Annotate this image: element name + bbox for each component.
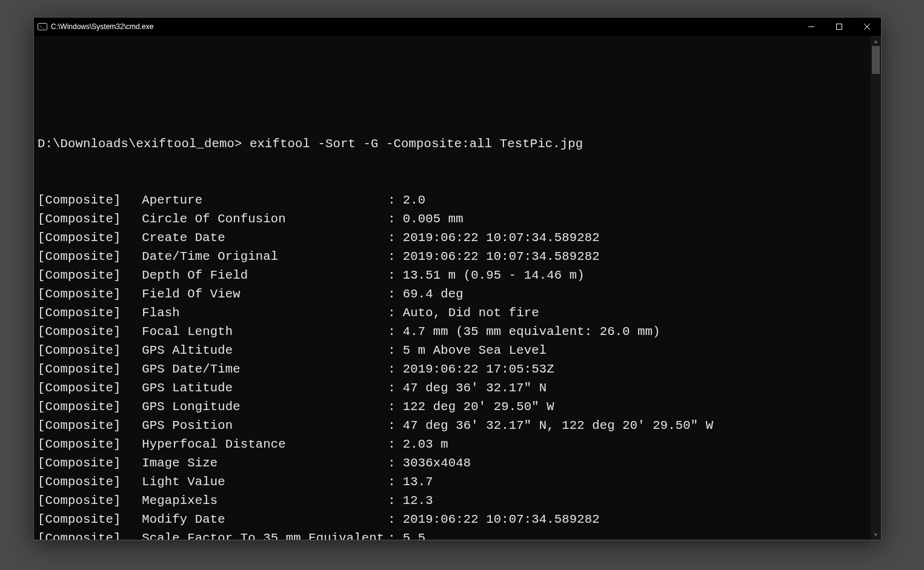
scroll-up-arrow-icon[interactable]: ▲ <box>871 36 881 46</box>
cmd-window: >_ C:\Windows\System32\cmd.exe D:\Downlo… <box>33 17 882 540</box>
output-value: 0.005 mm <box>403 212 464 226</box>
output-separator: : <box>388 397 403 416</box>
output-value: 47 deg 36' 32.17" N, 122 deg 20' 29.50" … <box>403 419 714 432</box>
output-separator: : <box>388 510 403 529</box>
output-row: [Composite]Light Value: 13.7 <box>38 472 871 491</box>
output-group: [Composite] <box>38 510 142 529</box>
output-value: 2019:06:22 10:07:34.589282 <box>403 231 600 245</box>
scroll-down-arrow-icon[interactable]: ▼ <box>871 529 881 540</box>
output-row: [Composite]GPS Latitude: 47 deg 36' 32.1… <box>38 379 871 397</box>
output-key: Light Value <box>142 472 388 491</box>
output-key: Create Date <box>142 228 388 247</box>
output-row: [Composite]GPS Altitude: 5 m Above Sea L… <box>38 341 871 360</box>
output-group: [Composite] <box>38 210 142 228</box>
output-value: 13.7 <box>403 475 433 489</box>
output-separator: : <box>388 191 403 210</box>
output-value: 3036x4048 <box>403 456 471 470</box>
output-key: Circle Of Confusion <box>142 210 388 228</box>
output-row: [Composite]GPS Position: 47 deg 36' 32.1… <box>38 416 871 435</box>
output-separator: : <box>388 472 403 491</box>
output-value: Auto, Did not fire <box>403 306 539 320</box>
output-separator: : <box>388 435 403 454</box>
minimize-button[interactable] <box>797 18 825 36</box>
output-group: [Composite] <box>38 228 142 247</box>
output-separator: : <box>388 360 403 379</box>
cmd-icon: >_ <box>38 22 47 31</box>
output-separator: : <box>388 228 403 247</box>
output-group: [Composite] <box>38 472 142 491</box>
output-row: [Composite]Depth Of Field: 13.51 m (0.95… <box>38 266 871 285</box>
window-title: C:\Windows\System32\cmd.exe <box>51 22 153 31</box>
vertical-scrollbar[interactable]: ▲ ▼ <box>871 36 881 540</box>
output-separator: : <box>388 416 403 435</box>
output-group: [Composite] <box>38 285 142 303</box>
svg-rect-2 <box>837 24 842 30</box>
output-row: [Composite]Flash: Auto, Did not fire <box>38 303 871 322</box>
output-key: Megapixels <box>142 491 388 510</box>
maximize-button[interactable] <box>825 18 853 36</box>
output-key: Aperture <box>142 191 388 210</box>
output-value: 2.03 m <box>403 437 448 451</box>
output-row: [Composite]Date/Time Original: 2019:06:2… <box>38 247 871 266</box>
output-group: [Composite] <box>38 191 142 210</box>
output-key: Scale Factor To 35 mm Equivalent <box>142 529 388 540</box>
output-separator: : <box>388 491 403 510</box>
output-row: [Composite]Scale Factor To 35 mm Equival… <box>38 529 871 540</box>
output-row: [Composite]Megapixels: 12.3 <box>38 491 871 510</box>
command-text: exiftool -Sort -G -Composite:all TestPic… <box>250 137 583 151</box>
output-key: Flash <box>142 303 388 322</box>
output-key: Date/Time Original <box>142 247 388 266</box>
output-group: [Composite] <box>38 491 142 510</box>
command-line: D:\Downloads\exiftool_demo> exiftool -So… <box>38 134 871 153</box>
output-separator: : <box>388 285 403 303</box>
output-value: 2019:06:22 10:07:34.589282 <box>403 250 600 263</box>
output-group: [Composite] <box>38 247 142 266</box>
output-group: [Composite] <box>38 416 142 435</box>
output-key: Image Size <box>142 454 388 472</box>
close-button[interactable] <box>853 18 881 36</box>
output-row: [Composite]Image Size: 3036x4048 <box>38 454 871 472</box>
output-row: [Composite]GPS Longitude: 122 deg 20' 29… <box>38 397 871 416</box>
blank-line <box>38 78 871 97</box>
output-group: [Composite] <box>38 435 142 454</box>
output-group: [Composite] <box>38 360 142 379</box>
terminal-output[interactable]: D:\Downloads\exiftool_demo> exiftool -So… <box>34 36 871 540</box>
output-group: [Composite] <box>38 454 142 472</box>
output-row: [Composite]Hyperfocal Distance: 2.03 m <box>38 435 871 454</box>
output-group: [Composite] <box>38 266 142 285</box>
output-row: [Composite]Focal Length: 4.7 mm (35 mm e… <box>38 322 871 341</box>
output-key: Depth Of Field <box>142 266 388 285</box>
output-separator: : <box>388 303 403 322</box>
output-key: GPS Longitude <box>142 397 388 416</box>
output-row: [Composite]Field Of View: 69.4 deg <box>38 285 871 303</box>
titlebar[interactable]: >_ C:\Windows\System32\cmd.exe <box>34 18 881 36</box>
output-separator: : <box>388 341 403 360</box>
output-value: 13.51 m (0.95 - 14.46 m) <box>403 268 585 282</box>
output-value: 12.3 <box>403 494 433 508</box>
output-key: Hyperfocal Distance <box>142 435 388 454</box>
output-value: 69.4 deg <box>403 287 464 301</box>
output-group: [Composite] <box>38 303 142 322</box>
svg-text:>_: >_ <box>39 24 44 29</box>
window-controls <box>797 18 881 36</box>
output-separator: : <box>388 210 403 228</box>
output-separator: : <box>388 529 403 540</box>
output-group: [Composite] <box>38 397 142 416</box>
output-value: 122 deg 20' 29.50" W <box>403 400 554 414</box>
output-group: [Composite] <box>38 379 142 397</box>
scroll-thumb[interactable] <box>872 46 880 74</box>
output-value: 47 deg 36' 32.17" N <box>403 381 547 395</box>
output-value: 2019:06:22 10:07:34.589282 <box>403 512 600 526</box>
output-row: [Composite]Modify Date: 2019:06:22 10:07… <box>38 510 871 529</box>
output-rows: [Composite]Aperture: 2.0[Composite]Circl… <box>38 191 871 540</box>
output-key: GPS Date/Time <box>142 360 388 379</box>
output-key: GPS Latitude <box>142 379 388 397</box>
output-row: [Composite]GPS Date/Time: 2019:06:22 17:… <box>38 360 871 379</box>
prompt: D:\Downloads\exiftool_demo> <box>38 137 242 151</box>
output-key: GPS Altitude <box>142 341 388 360</box>
output-row: [Composite]Create Date: 2019:06:22 10:07… <box>38 228 871 247</box>
output-value: 4.7 mm (35 mm equivalent: 26.0 mm) <box>403 325 660 339</box>
output-key: Focal Length <box>142 322 388 341</box>
output-separator: : <box>388 379 403 397</box>
output-key: GPS Position <box>142 416 388 435</box>
